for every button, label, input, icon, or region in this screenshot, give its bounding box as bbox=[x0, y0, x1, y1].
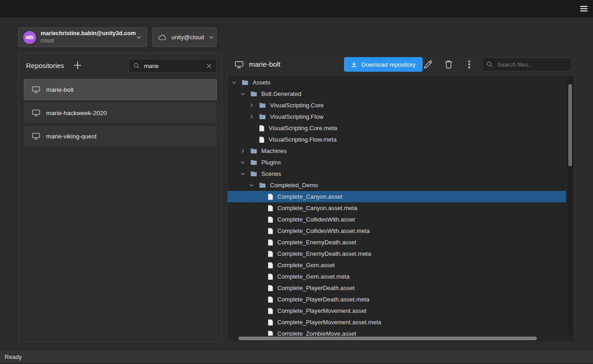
account-selector[interactable]: MB mariechristine.babin@unity3d.com clou… bbox=[18, 27, 147, 47]
repository-detail-header: marie-bolt Download repository bbox=[228, 53, 574, 76]
tree-file-complete-enemydeath-asset[interactable]: Complete_EnemyDeath.asset bbox=[228, 237, 566, 248]
vertical-scrollbar[interactable] bbox=[567, 77, 573, 335]
tree-folder-plugins[interactable]: Plugins bbox=[228, 157, 566, 168]
horizontal-scrollbar-thumb[interactable] bbox=[238, 337, 537, 340]
chevron-right-icon[interactable] bbox=[249, 102, 255, 108]
chevron-down-icon[interactable] bbox=[240, 91, 246, 97]
repo-item-marie-viking-quest[interactable]: marie-viking-quest bbox=[24, 126, 217, 146]
tree-item-label: VisualScripting.Core.meta bbox=[269, 125, 337, 132]
tree-item-label: Complete_Canyon.asset.meta bbox=[277, 205, 357, 211]
download-repository-button[interactable]: Download repository bbox=[344, 57, 423, 72]
tree-file-complete-collideswith-asset-meta[interactable]: Complete_CollidesWith.asset.meta bbox=[228, 225, 566, 237]
vertical-scrollbar-thumb[interactable] bbox=[568, 84, 572, 166]
repo-item-marie-hackweek-2020[interactable]: marie-hackweek-2020 bbox=[24, 103, 217, 123]
tree-file-visualscripting-core-meta[interactable]: VisualScripting.Core.meta bbox=[228, 122, 566, 134]
tree-item-label: Scenes bbox=[261, 170, 281, 177]
org-label: unity@cloud bbox=[171, 34, 204, 41]
repository-monitor-icon bbox=[32, 86, 40, 93]
tree-folder-completed-demo[interactable]: Completed_Demo bbox=[228, 179, 566, 191]
file-icon bbox=[268, 194, 273, 200]
edit-pencil-icon[interactable] bbox=[423, 59, 434, 70]
file-tree: AssetsBolt.GeneratedVisualScripting.Core… bbox=[228, 77, 566, 336]
tree-file-complete-playermovement-asset-meta[interactable]: Complete_PlayerMovement.asset.meta bbox=[228, 317, 566, 328]
tree-folder-visualscripting-flow[interactable]: VisualScripting.Flow bbox=[228, 111, 566, 122]
tree-file-complete-zombiemove-asset[interactable]: Complete_ZombieMove.asset bbox=[228, 328, 566, 336]
file-icon bbox=[268, 319, 273, 326]
horizontal-scrollbar[interactable] bbox=[232, 336, 563, 341]
add-repository-button[interactable] bbox=[73, 60, 83, 70]
hamburger-menu-icon[interactable] bbox=[580, 5, 588, 13]
kebab-menu-icon[interactable] bbox=[464, 59, 475, 70]
tree-item-label: Plugins bbox=[261, 159, 281, 166]
tree-file-complete-canyon-asset[interactable]: Complete_Canyon.asset bbox=[228, 191, 566, 202]
file-icon bbox=[259, 137, 265, 143]
tree-item-label: Complete_EnemyDeath.asset bbox=[277, 239, 356, 246]
tree-file-complete-playerdeath-asset[interactable]: Complete_PlayerDeath.asset bbox=[228, 282, 566, 294]
tree-item-label: VisualScripting.Flow.meta bbox=[269, 136, 337, 143]
avatar: MB bbox=[23, 31, 36, 44]
account-info: mariechristine.babin@unity3d.com cloud bbox=[41, 30, 131, 44]
tree-item-label: VisualScripting.Flow bbox=[270, 113, 323, 120]
tree-folder-visualscripting-core[interactable]: VisualScripting.Core bbox=[228, 100, 566, 111]
tree-file-complete-playermovement-asset[interactable]: Complete_PlayerMovement.asset bbox=[228, 305, 566, 317]
tree-file-complete-playerdeath-asset-meta[interactable]: Complete_PlayerDeath.asset.meta bbox=[228, 294, 566, 305]
delete-trash-icon[interactable] bbox=[443, 59, 454, 70]
chevron-down-icon bbox=[208, 34, 215, 41]
folder-icon bbox=[250, 170, 257, 177]
tree-file-visualscripting-flow-meta[interactable]: VisualScripting.Flow.meta bbox=[228, 134, 566, 145]
tree-folder-bolt-generated[interactable]: Bolt.Generated bbox=[228, 88, 566, 100]
tree-file-complete-gem-asset[interactable]: Complete_Gem.asset bbox=[228, 259, 566, 271]
folder-icon bbox=[259, 113, 266, 120]
file-icon bbox=[268, 239, 273, 246]
repositories-title: Repositories bbox=[26, 62, 64, 69]
folder-icon bbox=[242, 79, 249, 86]
search-icon bbox=[133, 63, 140, 69]
file-icon bbox=[268, 251, 273, 257]
chevron-down-icon[interactable] bbox=[240, 171, 246, 177]
file-search-input[interactable] bbox=[496, 61, 567, 69]
cloud-icon bbox=[158, 34, 167, 41]
chevron-right-icon[interactable] bbox=[240, 148, 246, 154]
account-email: mariechristine.babin@unity3d.com bbox=[41, 30, 131, 37]
file-search-box bbox=[482, 58, 572, 71]
download-icon bbox=[351, 61, 357, 68]
file-icon bbox=[268, 274, 273, 280]
tree-folder-scenes[interactable]: Scenes bbox=[228, 168, 566, 179]
tree-item-label: Machines bbox=[261, 148, 287, 154]
repository-search-input[interactable] bbox=[143, 62, 203, 70]
tree-item-label: Completed_Demo bbox=[270, 182, 318, 189]
file-icon bbox=[268, 205, 273, 211]
tree-item-label: Complete_EnemyDeath.asset.meta bbox=[277, 250, 371, 257]
repo-item-marie-bolt[interactable]: marie-bolt bbox=[24, 79, 217, 100]
file-icon bbox=[259, 125, 265, 132]
clear-search-icon[interactable] bbox=[206, 63, 212, 69]
tree-file-complete-enemydeath-asset-meta[interactable]: Complete_EnemyDeath.asset.meta bbox=[228, 248, 566, 259]
tree-item-label: Complete_ZombieMove.asset bbox=[277, 330, 356, 336]
chevron-down-icon[interactable] bbox=[240, 159, 246, 165]
status-text: Ready bbox=[5, 353, 22, 360]
tree-item-label: Complete_CollidesWith.asset bbox=[277, 216, 355, 223]
file-icon bbox=[268, 308, 273, 314]
tree-item-label: Complete_Canyon.asset bbox=[277, 193, 342, 200]
folder-icon bbox=[259, 102, 266, 109]
download-button-label: Download repository bbox=[361, 61, 416, 68]
file-icon bbox=[268, 296, 273, 303]
top-bar bbox=[0, 0, 593, 17]
account-subtitle: cloud bbox=[41, 37, 131, 44]
repo-item-label: marie-viking-quest bbox=[46, 133, 96, 140]
tree-file-complete-collideswith-asset[interactable]: Complete_CollidesWith.asset bbox=[228, 214, 566, 225]
tree-file-complete-gem-asset-meta[interactable]: Complete_Gem.asset.meta bbox=[228, 271, 566, 282]
chevron-down-icon[interactable] bbox=[249, 182, 255, 188]
tree-item-label: Complete_PlayerDeath.asset.meta bbox=[277, 296, 370, 303]
chevron-right-icon[interactable] bbox=[249, 114, 255, 120]
folder-icon bbox=[250, 148, 257, 154]
repository-monitor-icon bbox=[32, 132, 40, 140]
repo-item-label: marie-bolt bbox=[46, 86, 74, 93]
tree-folder-assets[interactable]: Assets bbox=[228, 77, 566, 88]
tree-folder-machines[interactable]: Machines bbox=[228, 145, 566, 157]
chevron-down-icon[interactable] bbox=[231, 79, 238, 85]
tree-item-label: Assets bbox=[253, 79, 270, 86]
file-icon bbox=[268, 228, 273, 234]
tree-file-complete-canyon-asset-meta[interactable]: Complete_Canyon.asset.meta bbox=[228, 202, 566, 214]
org-selector[interactable]: unity@cloud bbox=[152, 27, 217, 47]
